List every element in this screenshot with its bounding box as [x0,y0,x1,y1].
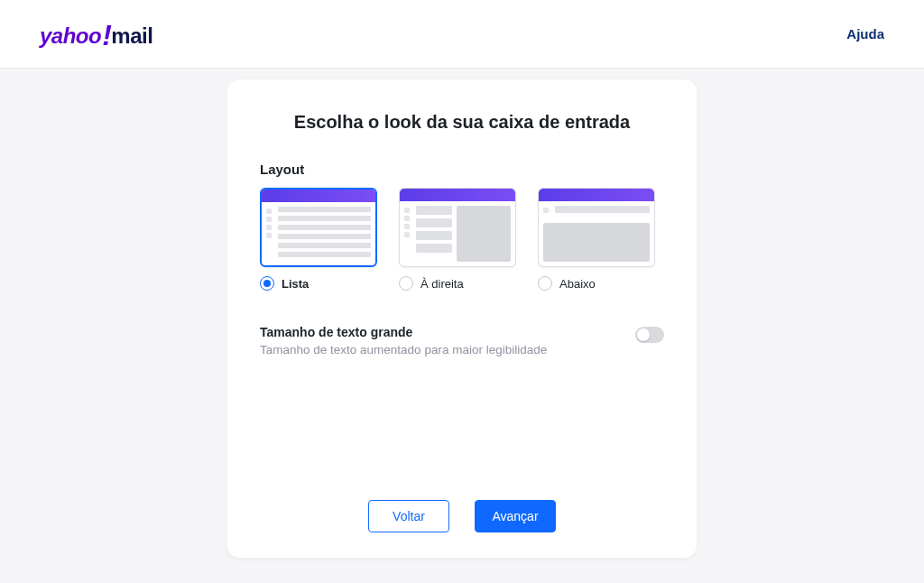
layout-options: Lista [260,188,664,291]
card-title: Escolha o look da sua caixa de entrada [260,112,664,133]
app-header: yahoo ! mail Ajuda [0,0,924,69]
thumb-list-icon [278,207,371,261]
thumb-sidebar-icon [404,206,411,262]
thumb-sidebar-icon [543,206,550,218]
yahoo-mail-logo: yahoo ! mail [40,17,152,51]
large-text-setting: Tamanho de texto grande Tamanho de texto… [260,325,664,356]
card-wrapper: Escolha o look da sua caixa de entrada L… [0,69,924,558]
layout-option-right[interactable]: À direita [399,188,516,291]
layout-thumb-below [538,188,655,267]
back-button[interactable]: Voltar [368,500,449,532]
radio-below[interactable] [538,276,552,291]
thumb-preview-icon [457,206,511,262]
logo-yahoo-text: yahoo [40,23,101,49]
radio-label-right: À direita [420,277,464,291]
logo-bang-icon: ! [102,19,111,52]
radio-list[interactable] [260,276,274,291]
logo-mail-text: mail [111,23,152,49]
thumb-header-icon [539,189,654,201]
layout-option-list[interactable]: Lista [260,188,377,291]
large-text-toggle[interactable] [635,327,664,343]
layout-section-label: Layout [260,162,664,177]
radio-right[interactable] [399,276,413,291]
thumb-header-icon [262,190,375,202]
settings-card: Escolha o look da sua caixa de entrada L… [227,79,697,558]
button-row: Voltar Avançar [260,500,664,532]
radio-label-below: Abaixo [559,277,596,291]
thumb-sidebar-icon [266,207,273,261]
layout-thumb-list [260,188,377,267]
thumb-header-icon [400,189,515,201]
thumb-list-icon [555,206,650,218]
thumb-list-icon [416,206,452,262]
thumb-preview-icon [543,223,650,262]
radio-label-list: Lista [282,277,309,291]
layout-option-below[interactable]: Abaixo [538,188,655,291]
large-text-title: Tamanho de texto grande [260,325,547,339]
layout-thumb-right [399,188,516,267]
next-button[interactable]: Avançar [475,500,556,532]
large-text-desc: Tamanho de texto aumentado para maior le… [260,343,547,356]
help-link[interactable]: Ajuda [846,26,884,42]
